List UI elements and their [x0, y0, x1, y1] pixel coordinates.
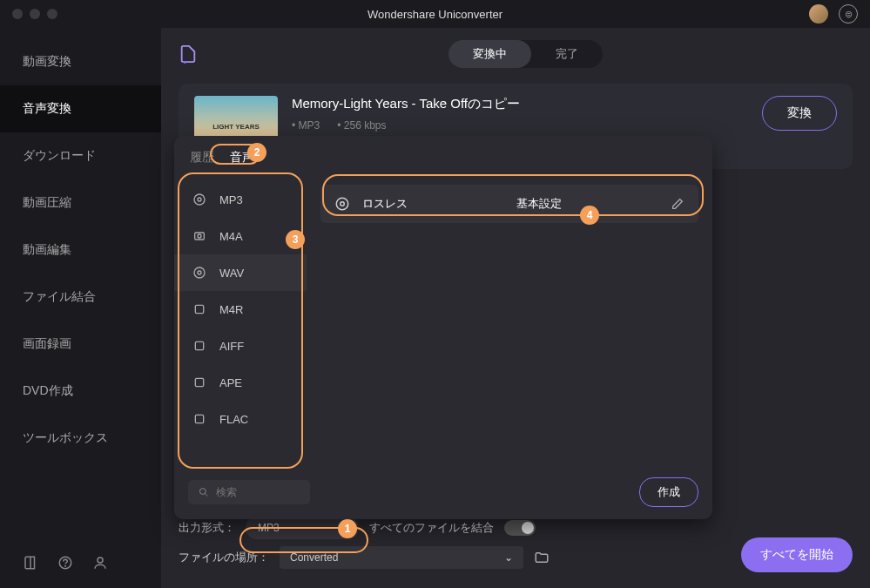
output-format-label: 出力形式：	[179, 520, 235, 536]
search-input[interactable]	[216, 486, 300, 498]
edit-icon[interactable]	[671, 197, 685, 211]
sidebar-item-video-convert[interactable]: 動画変換	[0, 38, 161, 85]
sidebar: 動画変換 音声変換 ダウンロード 動画圧縮 動画編集 ファイル結合 画面録画 D…	[0, 28, 161, 588]
file-bitrate: 256 kbps	[337, 119, 386, 132]
format-list: MP3 M4A WAV M4R AIFF APE FLAC	[174, 174, 307, 465]
svg-point-6	[198, 234, 201, 238]
svg-point-3	[194, 194, 205, 205]
window-controls[interactable]	[12, 9, 57, 19]
chevron-down-icon: ⌄	[504, 551, 513, 564]
format-ape[interactable]: APE	[174, 364, 307, 401]
svg-rect-9	[195, 305, 203, 313]
preset-row[interactable]: ロスレス 基本設定	[320, 185, 698, 223]
annotation-2: 2	[247, 143, 266, 162]
svg-point-1	[65, 565, 66, 566]
bottom-bar: 出力形式： MP3 ⌄ すべてのファイルを結合 ファイルの場所： Convert…	[161, 508, 870, 588]
file-icon	[192, 339, 207, 353]
annotation-1: 1	[338, 519, 357, 538]
svg-point-2	[98, 558, 103, 563]
merge-label: すべてのファイルを結合	[369, 520, 494, 536]
svg-point-4	[198, 198, 201, 201]
disc-icon	[192, 266, 207, 280]
disc-icon	[334, 196, 350, 212]
format-mp3[interactable]: MP3	[174, 181, 307, 218]
svg-rect-5	[195, 233, 205, 240]
sidebar-item-toolbox[interactable]: ツールボックス	[0, 415, 161, 462]
svg-rect-10	[195, 341, 203, 349]
folder-icon[interactable]	[534, 550, 550, 565]
svg-point-7	[194, 267, 205, 278]
titlebar: Wondershare Uniconverter ⊜	[0, 0, 870, 28]
messages-icon[interactable]: ⊜	[839, 4, 858, 24]
help-icon[interactable]	[57, 555, 73, 571]
format-dropdown-panel: 履歴 音声 MP3 M4A WAV M4R AIFF APE FLAC ロスレス…	[174, 136, 712, 519]
svg-point-14	[341, 202, 345, 206]
sidebar-item-dvd[interactable]: DVD作成	[0, 368, 161, 415]
location-label: ファイルの場所：	[179, 550, 269, 565]
output-format-value: MP3	[258, 522, 280, 534]
account-icon[interactable]	[92, 555, 108, 571]
convert-button[interactable]: 変換	[762, 96, 837, 131]
format-wav[interactable]: WAV	[174, 254, 307, 291]
sidebar-item-video-compress[interactable]: 動画圧縮	[0, 179, 161, 226]
file-icon	[192, 302, 207, 316]
svg-rect-11	[195, 378, 203, 386]
svg-point-8	[198, 271, 201, 274]
format-m4r[interactable]: M4R	[174, 291, 307, 328]
svg-rect-12	[195, 415, 203, 422]
sidebar-item-video-edit[interactable]: 動画編集	[0, 226, 161, 274]
add-file-icon[interactable]	[179, 44, 198, 64]
sidebar-item-audio-convert[interactable]: 音声変換	[0, 85, 161, 132]
format-flac[interactable]: FLAC	[174, 401, 307, 437]
format-aiff[interactable]: AIFF	[174, 328, 307, 364]
maximize-window-icon[interactable]	[47, 9, 57, 19]
file-format: MP3	[292, 119, 320, 132]
dropdown-tab-history[interactable]: 履歴	[190, 150, 214, 174]
file-title: Memory-Light Years - Take Offのコピー	[292, 96, 748, 112]
svg-point-13	[336, 198, 348, 210]
location-value: Converted	[290, 551, 338, 564]
tab-done[interactable]: 完了	[531, 40, 603, 68]
disc-icon	[192, 229, 207, 243]
svg-point-15	[199, 489, 206, 495]
status-tabs: 変換中 完了	[448, 40, 603, 68]
sidebar-item-file-merge[interactable]: ファイル結合	[0, 274, 161, 321]
annotation-4: 4	[580, 206, 599, 225]
create-button[interactable]: 作成	[639, 477, 698, 507]
search-icon	[199, 486, 209, 498]
minimize-window-icon[interactable]	[30, 9, 40, 19]
preset-label: ロスレス	[362, 196, 408, 212]
book-icon[interactable]	[23, 555, 38, 571]
annotation-3: 3	[286, 230, 305, 249]
preset-setting: 基本設定	[516, 196, 562, 212]
sidebar-item-screen-record[interactable]: 画面録画	[0, 321, 161, 368]
disc-icon	[192, 193, 207, 206]
tab-converting[interactable]: 変換中	[448, 40, 531, 68]
close-window-icon[interactable]	[12, 9, 23, 19]
search-box[interactable]	[188, 480, 310, 504]
start-all-button[interactable]: すべてを開始	[741, 537, 853, 572]
sidebar-item-download[interactable]: ダウンロード	[0, 132, 161, 179]
file-icon	[192, 412, 207, 426]
merge-toggle[interactable]	[504, 520, 536, 536]
file-icon	[192, 375, 207, 389]
avatar[interactable]	[809, 4, 828, 24]
location-select[interactable]: Converted ⌄	[280, 546, 523, 569]
app-title: Wondershare Uniconverter	[368, 8, 502, 21]
